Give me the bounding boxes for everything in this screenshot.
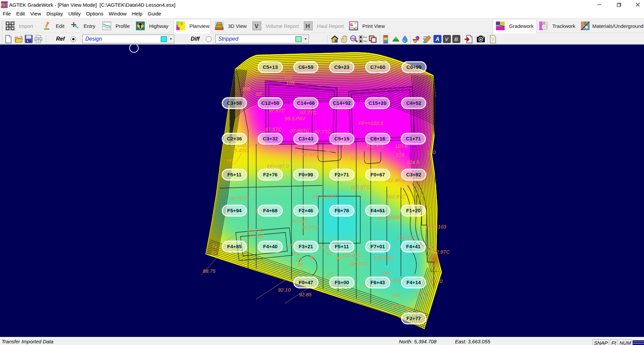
svg-text:108: 108 — [242, 86, 250, 92]
svg-text:98.2: 98.2 — [405, 305, 415, 311]
svg-text:F2+71: F2+71 — [335, 172, 349, 177]
svg-text:C4+52: C4+52 — [406, 100, 421, 106]
svg-text:97.50TC: 97.50TC — [290, 128, 310, 133]
svg-text:FF==103.5: FF==103.5 — [359, 120, 383, 126]
svg-text:F6+43: F6+43 — [371, 279, 385, 285]
svg-text:C3+43: C3+43 — [298, 136, 314, 141]
svg-text:97.3TC: 97.3TC — [292, 218, 309, 224]
svg-text:F2+77: F2+77 — [407, 315, 421, 321]
svg-text:103.0TC: 103.0TC — [397, 234, 416, 240]
svg-text:F5+11: F5+11 — [335, 244, 349, 249]
svg-text:98.5.PAV: 98.5.PAV — [285, 116, 306, 121]
svg-text:FF==103.0: FF==103.0 — [313, 193, 338, 199]
svg-text:C8+16: C8+16 — [370, 136, 385, 141]
svg-text:F4+85: F4+85 — [227, 244, 242, 249]
svg-text:95: 95 — [310, 255, 315, 261]
svg-text:C5+15: C5+15 — [334, 136, 350, 141]
svg-text:C14+66: C14+66 — [297, 100, 315, 106]
svg-text:96.5TC: 96.5TC — [302, 224, 319, 230]
svg-text:97.7TC: 97.7TC — [300, 110, 317, 115]
svg-text:GW: GW — [2, 3, 8, 7]
svg-text:105: 105 — [286, 80, 295, 86]
svg-text:92.85: 92.85 — [299, 292, 312, 297]
svg-text:F3+21: F3+21 — [299, 244, 313, 249]
svg-text:98: 98 — [336, 255, 341, 261]
svg-text:C5+13: C5+13 — [263, 64, 278, 70]
svg-text:F2+76: F2+76 — [263, 172, 278, 177]
svg-text:102.7TC: 102.7TC — [351, 155, 370, 161]
svg-text:F5+00: F5+00 — [335, 279, 349, 285]
svg-text:H: H — [306, 23, 310, 30]
svg-text:102.9TC: 102.9TC — [430, 249, 450, 255]
svg-text:F6+78: F6+78 — [335, 208, 349, 213]
svg-text:98.0: 98.0 — [392, 303, 402, 309]
svg-text:c: c — [177, 26, 179, 30]
svg-text:96.75TC: 96.75TC — [230, 196, 250, 201]
svg-text:F7+01: F7+01 — [371, 244, 385, 249]
svg-text:102.9: 102.9 — [415, 292, 428, 297]
svg-text:C3+32: C3+32 — [263, 136, 278, 141]
svg-text:F: F — [181, 22, 183, 26]
svg-text:C12+50: C12+50 — [262, 100, 279, 106]
svg-text:92.10: 92.10 — [278, 287, 291, 293]
svg-text:97: 97 — [327, 251, 332, 256]
svg-text:C3+82: C3+82 — [406, 172, 421, 177]
svg-text:C3+58: C3+58 — [227, 100, 242, 106]
svg-text:F0+99: F0+99 — [299, 172, 313, 177]
svg-text:100.5TC: 100.5TC — [349, 261, 369, 266]
svg-text:90.8: 90.8 — [279, 266, 289, 272]
svg-text:95.4TC: 95.4TC — [232, 147, 248, 153]
svg-text:F0+67: F0+67 — [371, 172, 385, 177]
svg-text:A: A — [435, 36, 440, 42]
svg-text:102: 102 — [392, 292, 401, 298]
svg-text:103: 103 — [396, 152, 404, 158]
svg-text:F4+40: F4+40 — [263, 244, 278, 249]
svg-text:C9+23: C9+23 — [334, 64, 350, 70]
svg-text:Dec: Dec — [363, 40, 368, 42]
svg-text:F4+14: F4+14 — [407, 279, 421, 285]
svg-text:FF=96: FF=96 — [249, 233, 264, 239]
svg-text:F5+94: F5+94 — [227, 208, 242, 213]
svg-text:FF==103: FF==103 — [426, 224, 447, 229]
svg-text:C0+99: C0+99 — [407, 64, 422, 70]
svg-text:120: 120 — [427, 149, 436, 155]
svg-text:95: 95 — [227, 158, 233, 164]
svg-text:7: 7 — [355, 24, 356, 27]
svg-text:C1+71: C1+71 — [406, 136, 421, 141]
svg-text:93: 93 — [297, 262, 303, 267]
svg-text:C7+60: C7+60 — [370, 64, 385, 70]
svg-text:F1+20: F1+20 — [406, 208, 421, 213]
svg-text:88.75: 88.75 — [203, 268, 216, 274]
svg-text:97.5TC: 97.5TC — [265, 126, 282, 132]
svg-text:103.0: 103.0 — [430, 278, 443, 284]
svg-text:C2+36: C2+36 — [227, 136, 242, 141]
svg-text:F4+51: F4+51 — [371, 208, 385, 213]
svg-text:89: 89 — [211, 250, 217, 256]
svg-text:100: 100 — [381, 270, 389, 276]
svg-text:F0+47: F0+47 — [299, 279, 313, 285]
svg-text:102.9TC: 102.9TC — [386, 193, 406, 199]
svg-text:100.0TC: 100.0TC — [342, 252, 362, 258]
svg-text:V: V — [255, 23, 259, 30]
svg-text:C15+20: C15+20 — [369, 100, 386, 106]
svg-text:F5+11: F5+11 — [227, 172, 241, 177]
svg-text:97.7TC: 97.7TC — [315, 129, 331, 134]
svg-text:B: B — [454, 36, 458, 42]
svg-text:90: 90 — [212, 243, 217, 248]
svg-text:FF==97.0: FF==97.0 — [267, 163, 289, 169]
svg-text:96.4TC: 96.4TC — [247, 227, 264, 233]
svg-text:97.5TC: 97.5TC — [316, 150, 333, 156]
svg-text:F4+68: F4+68 — [263, 208, 278, 213]
svg-text:102.9TC: 102.9TC — [351, 184, 370, 190]
svg-text:94: 94 — [297, 256, 303, 262]
svg-text:F4+41: F4+41 — [406, 244, 421, 249]
svg-text:F2+46: F2+46 — [299, 208, 313, 213]
svg-text:102.9TC: 102.9TC — [374, 255, 394, 261]
svg-text:104.5: 104.5 — [407, 159, 419, 165]
svg-text:97: 97 — [256, 91, 262, 97]
svg-text:C6+59: C6+59 — [298, 64, 314, 70]
svg-text:110: 110 — [284, 74, 292, 80]
svg-text:Exc: Exc — [363, 36, 367, 38]
svg-text:C14+92: C14+92 — [333, 100, 351, 106]
